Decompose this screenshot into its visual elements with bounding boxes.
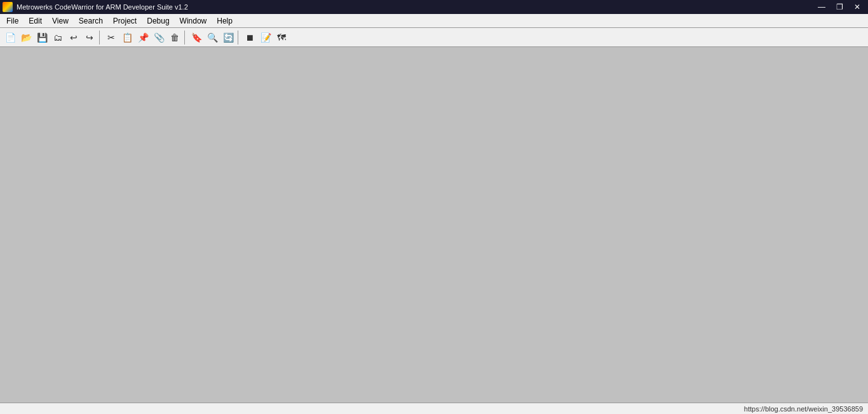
menu-item-search[interactable]: Search: [74, 15, 108, 27]
toolbar-button-cut[interactable]: ✂: [104, 30, 119, 45]
toolbar-button-delete[interactable]: 🗑: [167, 30, 182, 45]
toolbar-button-stop[interactable]: ⏹: [242, 30, 257, 45]
toolbar-button-new[interactable]: 📄: [3, 30, 18, 45]
toolbar-button-nav[interactable]: 🗺: [274, 30, 289, 45]
toolbar-button-paste[interactable]: 📌: [135, 30, 151, 45]
menu-item-project[interactable]: Project: [108, 15, 142, 27]
main-content: [0, 47, 868, 403]
title-bar-left: Metrowerks CodeWarrior for ARM Developer…: [3, 2, 188, 12]
title-text: Metrowerks CodeWarrior for ARM Developer…: [17, 3, 188, 11]
close-button[interactable]: ✕: [849, 1, 865, 13]
menu-item-debug[interactable]: Debug: [142, 15, 174, 27]
toolbar-button-undo[interactable]: ↩: [66, 30, 81, 45]
toolbar-button-doc[interactable]: 📝: [258, 30, 273, 45]
status-url: https://blog.csdn.net/weixin_39536859: [744, 405, 863, 413]
toolbar-button-paste2[interactable]: 📎: [151, 30, 166, 45]
status-bar: https://blog.csdn.net/weixin_39536859: [0, 403, 868, 414]
menu-item-help[interactable]: Help: [212, 15, 238, 27]
toolbar-button-redo[interactable]: ↪: [82, 30, 97, 45]
menu-bar: FileEditViewSearchProjectDebugWindowHelp: [0, 14, 868, 28]
title-bar: Metrowerks CodeWarrior for ARM Developer…: [0, 0, 868, 14]
toolbar-button-save-all[interactable]: 🗂: [50, 30, 65, 45]
app-icon: [3, 2, 13, 12]
minimize-button[interactable]: —: [813, 1, 830, 13]
toolbar-button-open[interactable]: 📂: [18, 30, 34, 45]
title-bar-controls: — ❐ ✕: [813, 1, 865, 13]
toolbar-button-replace[interactable]: 🔄: [220, 30, 236, 45]
toolbar-separator-build-sep: [184, 31, 187, 45]
maximize-button[interactable]: ❐: [831, 1, 848, 13]
toolbar-button-copy[interactable]: 📋: [119, 30, 135, 45]
menu-item-view[interactable]: View: [47, 15, 74, 27]
menu-item-window[interactable]: Window: [175, 15, 212, 27]
toolbar-separator-cut-sep: [99, 31, 102, 45]
menu-item-file[interactable]: File: [1, 15, 24, 27]
toolbar-button-bookmark[interactable]: 🔖: [189, 30, 204, 45]
toolbar-separator-run-sep: [238, 31, 240, 45]
toolbar-button-find[interactable]: 🔍: [205, 30, 220, 45]
toolbar: 📄📂💾🗂↩↪✂📋📌📎🗑🔖🔍🔄⏹📝🗺: [0, 28, 868, 47]
menu-item-edit[interactable]: Edit: [24, 15, 47, 27]
toolbar-button-save[interactable]: 💾: [34, 30, 50, 45]
